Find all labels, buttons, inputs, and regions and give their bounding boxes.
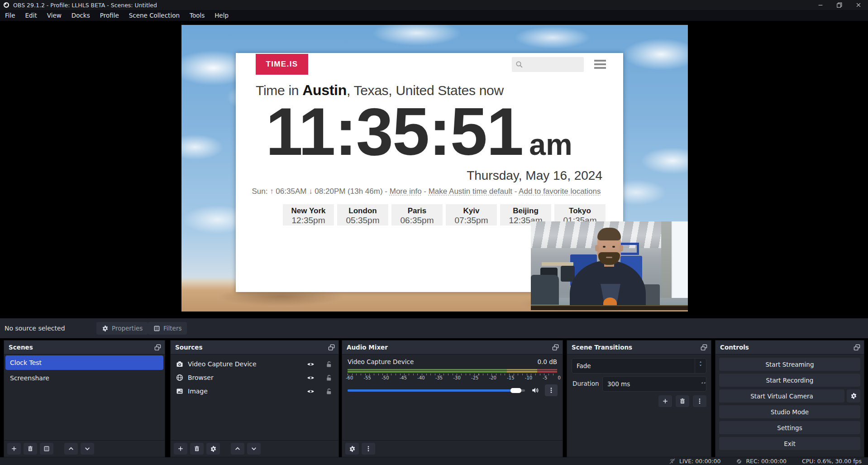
- city-clock-paris[interactable]: Paris06:35pm: [391, 204, 443, 225]
- menu-bar: File Edit View Docks Profile Scene Colle…: [0, 10, 868, 21]
- exit-button[interactable]: Exit: [719, 437, 860, 450]
- audio-mixer-header[interactable]: Audio Mixer: [342, 340, 563, 355]
- sun-info-line: Sun: ↑ 06:35AM ↓ 08:20PM (13h 46m) - Mor…: [236, 187, 617, 196]
- city-clock-kyiv[interactable]: Kyiv07:35pm: [446, 204, 497, 225]
- move-source-up-button[interactable]: [231, 443, 244, 455]
- scenes-dock: Scenes Clock Test Screenshare: [4, 340, 165, 457]
- timeis-logo[interactable]: TIME.IS: [256, 54, 308, 75]
- close-button[interactable]: [849, 0, 868, 10]
- scene-item-clock-test[interactable]: Clock Test: [5, 355, 163, 370]
- program-canvas[interactable]: TIME.IS Time in Austin, Texas, United St…: [181, 25, 688, 312]
- popout-icon[interactable]: [328, 344, 335, 351]
- separator: -: [422, 187, 429, 196]
- volume-slider[interactable]: [348, 389, 525, 392]
- scenes-header[interactable]: Scenes: [4, 340, 165, 355]
- advanced-audio-gear-button[interactable]: [345, 443, 359, 455]
- more-info-link[interactable]: More info: [390, 187, 422, 196]
- scene-transitions-header[interactable]: Scene Transitions: [567, 340, 711, 355]
- scene-item-screenshare[interactable]: Screenshare: [5, 371, 163, 385]
- sources-header[interactable]: Sources: [171, 340, 339, 355]
- unlock-icon[interactable]: [325, 361, 332, 368]
- menu-file[interactable]: File: [0, 11, 20, 20]
- start-recording-button[interactable]: Start Recording: [719, 374, 860, 387]
- hamburger-menu-icon[interactable]: [594, 60, 606, 71]
- channel-level-db: 0.0 dB: [537, 358, 557, 365]
- remove-source-button[interactable]: [190, 443, 204, 455]
- duration-spinbox[interactable]: 300 ms ˄˅: [602, 376, 706, 392]
- scene-filters-button[interactable]: [40, 443, 53, 455]
- audio-mixer-title: Audio Mixer: [347, 344, 552, 351]
- source-item-browser[interactable]: Browser: [171, 371, 339, 384]
- visibility-eye-icon[interactable]: [307, 360, 315, 368]
- move-scene-down-button[interactable]: [81, 443, 94, 455]
- popout-icon[interactable]: [701, 344, 707, 351]
- virtual-camera-settings-button[interactable]: [847, 389, 860, 403]
- visibility-eye-icon[interactable]: [307, 374, 315, 382]
- transition-select[interactable]: Fade ˄˅: [572, 358, 706, 374]
- add-transition-button[interactable]: [658, 395, 672, 407]
- select-spinner[interactable]: ˄˅: [695, 359, 706, 373]
- unlock-icon[interactable]: [325, 374, 332, 381]
- volume-slider-handle[interactable]: [510, 388, 521, 393]
- visibility-eye-icon[interactable]: [307, 388, 315, 395]
- source-toolbar: No source selected Properties Filters: [0, 318, 868, 338]
- menu-edit[interactable]: Edit: [20, 11, 42, 20]
- person-hair: [597, 228, 621, 240]
- title-bar: OBS 29.1.2 - Profile: LLHLS BETA - Scene…: [0, 0, 868, 10]
- menu-view[interactable]: View: [42, 11, 67, 20]
- transitions-body: Fade ˄˅ Duration 300 ms ˄˅: [567, 355, 711, 457]
- properties-button[interactable]: Properties: [96, 322, 148, 335]
- filters-button[interactable]: Filters: [148, 322, 187, 335]
- mixer-menu-kebab-button[interactable]: [362, 443, 375, 455]
- add-scene-button[interactable]: [7, 443, 21, 455]
- preview-area[interactable]: TIME.IS Time in Austin, Texas, United St…: [0, 21, 868, 318]
- start-virtual-camera-button[interactable]: Start Virtual Camera: [719, 389, 844, 403]
- menu-docks[interactable]: Docks: [67, 11, 95, 20]
- add-favorite-link[interactable]: Add to favorite locations: [519, 187, 601, 196]
- popout-icon[interactable]: [552, 344, 559, 351]
- clock-display: 11:35:51 am: [266, 96, 572, 167]
- menu-help[interactable]: Help: [210, 11, 234, 20]
- minimize-button[interactable]: [811, 0, 830, 10]
- popout-icon[interactable]: [154, 344, 161, 351]
- move-source-down-button[interactable]: [247, 443, 261, 455]
- menu-profile[interactable]: Profile: [95, 11, 124, 20]
- controls-header[interactable]: Controls: [715, 340, 864, 355]
- menu-tools[interactable]: Tools: [185, 11, 210, 20]
- person-ear: [620, 245, 623, 251]
- remove-scene-button[interactable]: [24, 443, 37, 455]
- channel-menu-kebab-button[interactable]: [545, 384, 558, 396]
- controls-body: Start Streaming Start Recording Start Vi…: [715, 355, 864, 457]
- menu-scene-collection[interactable]: Scene Collection: [124, 11, 185, 20]
- source-item-image[interactable]: Image: [171, 384, 339, 398]
- search-input[interactable]: [512, 57, 584, 72]
- city-clock-london[interactable]: London05:35pm: [337, 204, 388, 225]
- cpu-fps-stats: CPU: 0.6%, 30.00 fps: [802, 458, 862, 465]
- duration-spinner[interactable]: ˄˅: [701, 380, 706, 388]
- scenes-list: Clock Test Screenshare: [4, 355, 165, 440]
- stream-inactive-icon: [669, 458, 676, 465]
- city-clock-newyork[interactable]: New York12:35pm: [283, 204, 334, 225]
- channel-name: Video Capture Device: [348, 358, 414, 365]
- studio-mode-button[interactable]: Studio Mode: [719, 405, 860, 418]
- start-streaming-button[interactable]: Start Streaming: [719, 358, 860, 371]
- move-scene-up-button[interactable]: [64, 443, 78, 455]
- source-item-video-capture[interactable]: Video Capture Device: [171, 357, 339, 371]
- window-title: OBS 29.1.2 - Profile: LLHLS BETA - Scene…: [13, 2, 157, 9]
- maximize-restore-button[interactable]: [830, 0, 849, 10]
- speaker-icon[interactable]: [531, 386, 539, 394]
- city-name: Paris: [391, 206, 443, 216]
- make-default-link[interactable]: Make Austin time default: [429, 187, 512, 196]
- live-timecode: LIVE: 00:00:00: [679, 458, 720, 465]
- add-source-button[interactable]: [174, 443, 187, 455]
- unlock-icon[interactable]: [325, 388, 332, 395]
- person-ear: [595, 245, 599, 251]
- popout-icon[interactable]: [854, 344, 860, 351]
- office-chair: [561, 266, 575, 282]
- person-eye: [603, 246, 606, 248]
- remove-transition-button[interactable]: [676, 395, 689, 407]
- settings-button[interactable]: Settings: [719, 421, 860, 434]
- chevron-down-icon: ˅: [704, 382, 706, 388]
- source-properties-button[interactable]: [206, 443, 220, 455]
- transition-menu-kebab-button[interactable]: [693, 395, 706, 407]
